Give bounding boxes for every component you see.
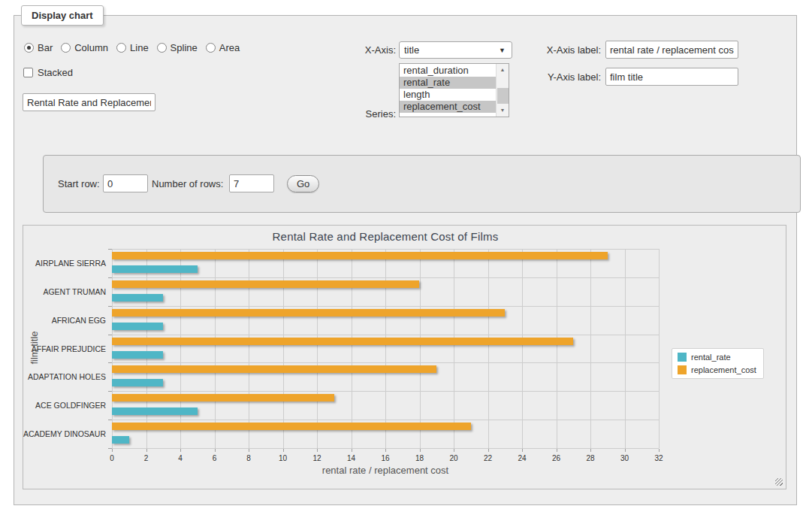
gridline	[249, 249, 249, 448]
number-of-rows-input[interactable]	[229, 174, 274, 192]
chart-title-input[interactable]	[23, 93, 155, 111]
gridline	[146, 249, 147, 448]
scroll-up-icon[interactable]: ▲	[497, 64, 509, 76]
radio-spline[interactable]: Spline	[157, 42, 198, 53]
legend-label: rental_rate	[691, 353, 731, 362]
bar-replacement_cost	[112, 423, 471, 430]
radio-column[interactable]: Column	[61, 42, 108, 53]
bar-replacement_cost	[112, 309, 505, 317]
x-tick	[420, 449, 421, 452]
x-tick-label: 30	[610, 454, 640, 462]
series-list-label: Series:	[328, 108, 396, 120]
radio-bar[interactable]: Bar	[24, 42, 53, 53]
chart-area: Rental Rate and Replacement Cost of Film…	[23, 225, 786, 489]
x-tick-label: 22	[473, 454, 503, 462]
x-tick	[317, 449, 318, 452]
go-button[interactable]: Go	[287, 175, 319, 192]
gridline	[283, 249, 284, 448]
radio-line[interactable]: Line	[116, 42, 149, 53]
series-option-rental_rate[interactable]: rental_rate	[400, 77, 496, 89]
x-tick	[249, 449, 249, 452]
bar-rental_rate	[112, 407, 198, 415]
resize-handle-icon[interactable]	[775, 478, 783, 486]
x-tick-label: 2	[131, 454, 161, 462]
x-tick-label: 4	[165, 454, 195, 462]
y-axis-title: film title	[29, 273, 40, 423]
legend-item-replacement_cost[interactable]: replacement_cost	[678, 365, 756, 374]
radio-icon[interactable]	[157, 43, 167, 53]
x-axis-label-input[interactable]	[605, 41, 738, 59]
y-axis-label-input[interactable]	[605, 68, 738, 86]
radio-icon[interactable]	[24, 43, 34, 53]
x-tick-label: 20	[439, 454, 469, 462]
gridline	[488, 249, 489, 448]
series-listbox[interactable]: rental_durationrental_ratelengthreplacem…	[399, 63, 509, 117]
x-tick	[146, 449, 147, 452]
x-tick	[112, 449, 113, 452]
gridline	[625, 249, 626, 448]
series-option-length[interactable]: length	[400, 89, 496, 101]
x-tick-label: 24	[507, 454, 537, 462]
x-tick-label: 8	[234, 454, 264, 462]
gridline	[317, 249, 318, 448]
bar-replacement_cost	[112, 365, 436, 373]
category-label: AIRPLANE SIERRA	[22, 259, 106, 268]
legend-label: replacement_cost	[691, 365, 756, 374]
radio-icon[interactable]	[61, 43, 71, 53]
x-tick-label: 6	[200, 454, 230, 462]
radio-label: Spline	[171, 42, 198, 53]
x-tick	[522, 449, 523, 452]
series-options: rental_durationrental_ratelengthreplacem…	[400, 65, 496, 113]
x-axis-select-value: title	[404, 44, 419, 56]
chevron-down-icon: ▼	[499, 47, 506, 54]
legend-item-rental_rate[interactable]: rental_rate	[678, 353, 756, 362]
bar-rental_rate	[112, 265, 198, 273]
x-axis-title: rental rate / replacement cost	[112, 465, 659, 476]
x-axis-label-label: X-Axis label:	[518, 44, 601, 56]
bar-rental_rate	[112, 379, 163, 386]
scrollbar[interactable]: ▲ ▼	[496, 64, 509, 117]
bar-rental_rate	[112, 294, 163, 301]
bar-replacement_cost	[112, 338, 573, 345]
x-tick	[488, 449, 489, 452]
chart-title: Rental Rate and Replacement Cost of Film…	[112, 230, 659, 243]
scrollbar-thumb[interactable]	[497, 88, 509, 104]
chart-type-radio-group: BarColumnLineSplineArea	[24, 42, 240, 53]
legend-swatch-icon	[678, 365, 687, 374]
start-row-label: Start row:	[58, 178, 100, 189]
x-tick	[352, 449, 352, 452]
x-axis-select[interactable]: title ▼	[399, 41, 512, 59]
x-tick	[283, 449, 284, 452]
gridline	[590, 249, 591, 448]
start-row-input[interactable]	[103, 174, 148, 192]
x-tick-label: 0	[97, 454, 127, 462]
radio-icon[interactable]	[116, 43, 126, 53]
fieldset-legend: Display chart	[21, 5, 104, 26]
x-tick-label: 16	[370, 454, 400, 462]
bar-replacement_cost	[112, 252, 608, 259]
bar-rental_rate	[112, 436, 129, 444]
series-option-replacement_cost[interactable]: replacement_cost	[400, 101, 496, 113]
x-axis-select-label: X-Axis:	[328, 44, 396, 56]
x-tick	[590, 449, 591, 452]
y-axis-label-label: Y-Axis label:	[518, 71, 601, 83]
radio-icon[interactable]	[206, 43, 216, 53]
gridline	[522, 249, 523, 448]
stacked-checkbox-row[interactable]: Stacked	[23, 67, 73, 78]
gridline	[180, 249, 181, 448]
stacked-label: Stacked	[38, 67, 73, 78]
number-of-rows-label: Number of rows:	[152, 178, 223, 189]
x-tick-label: 14	[337, 454, 367, 462]
bar-rental_rate	[112, 323, 163, 330]
x-tick	[215, 449, 216, 452]
x-tick-label: 18	[405, 454, 435, 462]
gridline	[659, 249, 660, 448]
x-tick	[180, 449, 181, 452]
chart-legend: rental_ratereplacement_cost	[672, 348, 764, 379]
stacked-checkbox[interactable]	[23, 68, 33, 77]
radio-area[interactable]: Area	[206, 42, 240, 53]
series-option-rental_duration[interactable]: rental_duration	[400, 65, 496, 77]
x-tick-label: 32	[644, 454, 674, 462]
scroll-down-icon[interactable]: ▼	[497, 105, 509, 117]
x-tick-label: 26	[542, 454, 572, 462]
